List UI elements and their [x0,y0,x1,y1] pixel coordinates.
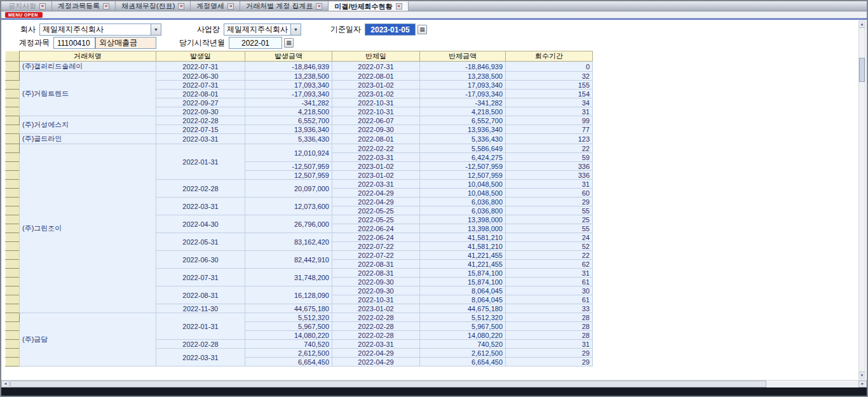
settle-date-cell[interactable]: 2022-07-22 [332,242,420,251]
scroll-track[interactable] [766,380,858,387]
tab-close-icon[interactable]: × [227,3,234,10]
recover-days-cell[interactable]: 32 [506,72,593,81]
settle-date-cell[interactable]: 2022-10-31 [332,98,420,107]
settle-date-cell[interactable]: 2023-01-02 [332,90,420,98]
occur-date-cell[interactable]: 2022-07-31 [156,81,245,90]
settle-amount-cell[interactable]: 13,398,000 [420,224,506,233]
row-selector[interactable] [6,278,20,286]
recover-days-cell[interactable]: 28 [506,322,593,331]
settle-amount-cell[interactable]: 44,675,180 [420,304,506,313]
settle-amount-cell[interactable]: 10,048,500 [420,189,506,198]
settle-date-cell[interactable]: 2022-06-07 [332,116,420,125]
recover-days-cell[interactable]: 55 [506,206,593,215]
row-selector[interactable] [6,215,20,224]
row-selector[interactable] [6,313,20,322]
settle-amount-cell[interactable]: 13,398,000 [420,215,506,224]
recover-days-cell[interactable]: 31 [506,269,593,278]
settle-date-cell[interactable]: 2022-04-29 [332,198,420,206]
tab-close-icon[interactable]: × [396,3,402,10]
row-selector[interactable] [6,242,20,251]
row-selector[interactable] [6,349,20,358]
calendar-icon[interactable]: ▦ [417,25,427,34]
occur-amount-cell[interactable]: -18,846,939 [245,62,332,72]
settle-date-cell[interactable]: 2022-08-01 [332,72,420,81]
occur-amount-cell[interactable]: 740,520 [245,340,332,349]
horizontal-scroll-thumb[interactable] [10,380,766,387]
row-selector[interactable] [6,62,20,72]
settle-amount-cell[interactable]: -341,282 [420,98,506,107]
base-date-input[interactable]: 2023-01-05 [365,24,416,36]
vertical-scrollbar[interactable]: ▲ ▼ [858,20,865,379]
settle-amount-cell[interactable]: 6,424,275 [420,153,506,162]
column-header[interactable]: 반제일 [332,51,420,62]
recover-days-cell[interactable]: 123 [506,134,593,144]
recover-days-cell[interactable]: 22 [506,251,593,260]
occur-date-cell[interactable]: 2022-06-30 [156,251,245,269]
tab-계정명세[interactable]: 계정명세× [191,1,240,11]
row-selector[interactable] [6,295,20,304]
recover-days-cell[interactable]: 154 [506,90,593,98]
scroll-right-icon[interactable]: ► [858,380,867,387]
occur-date-cell[interactable]: 2022-11-30 [156,304,245,313]
tab-거래처별 계정 집계표[interactable]: 거래처별 계정 집계표× [240,1,329,11]
account-code-input[interactable]: 11100410 [53,37,95,49]
tab-계정과목등록[interactable]: 계정과목등록× [52,1,116,11]
occur-date-cell[interactable]: 2022-02-28 [156,340,245,349]
row-selector[interactable] [6,144,20,153]
row-selector[interactable] [6,72,20,81]
occur-amount-cell[interactable]: 5,512,320 [245,313,332,322]
settle-date-cell[interactable]: 2022-03-31 [332,153,420,162]
settle-amount-cell[interactable]: 41,221,455 [420,260,506,269]
settle-amount-cell[interactable]: 5,586,649 [420,144,506,153]
occur-amount-cell[interactable]: 5,967,500 [245,322,332,331]
settle-amount-cell[interactable]: 41,581,210 [420,233,506,242]
recover-days-cell[interactable]: 28 [506,331,593,340]
settle-date-cell[interactable]: 2023-01-02 [332,162,420,171]
settle-date-cell[interactable]: 2022-03-31 [332,180,420,189]
occur-amount-cell[interactable]: 13,936,340 [245,125,332,134]
recover-days-cell[interactable]: 336 [506,162,593,171]
recover-days-cell[interactable]: 29 [506,358,593,367]
row-selector[interactable] [6,269,20,278]
occur-amount-cell[interactable]: 12,010,924 [245,144,332,162]
site-select[interactable]: 제일제지주식회사 ▼ [224,24,301,36]
occur-date-cell[interactable]: 2022-09-30 [156,107,245,116]
recover-days-cell[interactable]: 31 [506,340,593,349]
row-selector[interactable] [6,81,20,90]
occur-amount-cell[interactable]: 5,336,430 [245,134,332,144]
row-selector[interactable] [6,331,20,340]
settle-date-cell[interactable]: 2022-05-25 [332,215,420,224]
settle-date-cell[interactable]: 2022-07-22 [332,251,420,260]
settle-date-cell[interactable]: 2022-02-28 [332,331,420,340]
settle-amount-cell[interactable]: 6,036,800 [420,206,506,215]
settle-date-cell[interactable]: 2023-01-02 [332,171,420,180]
settle-date-cell[interactable]: 2022-08-01 [332,134,420,144]
occur-date-cell[interactable]: 2022-02-28 [156,180,245,198]
occur-date-cell[interactable]: 2022-03-31 [156,198,245,215]
row-selector[interactable] [6,233,20,242]
occur-amount-cell[interactable]: 26,796,000 [245,215,332,233]
recover-days-cell[interactable]: 30 [506,286,593,295]
row-selector[interactable] [6,153,20,162]
settle-date-cell[interactable]: 2022-08-31 [332,269,420,278]
settle-date-cell[interactable]: 2022-09-30 [332,125,420,134]
settle-date-cell[interactable]: 2022-05-25 [332,206,420,215]
recover-days-cell[interactable]: 31 [506,180,593,189]
occur-date-cell[interactable]: 2022-08-01 [156,90,245,98]
settle-amount-cell[interactable]: 41,221,455 [420,251,506,260]
settle-date-cell[interactable]: 2022-09-30 [332,286,420,295]
occur-amount-cell[interactable]: 17,093,340 [245,81,332,90]
settle-date-cell[interactable]: 2023-01-02 [332,81,420,90]
row-selector[interactable] [6,198,20,206]
customer-cell[interactable]: (주)그린조이 [20,144,156,313]
settle-amount-cell[interactable]: 13,936,340 [420,125,506,134]
tab-공지사항[interactable]: 공지사항× [3,1,52,11]
row-selector[interactable] [6,189,20,198]
row-selector[interactable] [6,125,20,134]
occur-date-cell[interactable]: 2022-03-31 [156,349,245,367]
row-selector[interactable] [6,98,20,107]
settle-amount-cell[interactable]: 10,048,500 [420,180,506,189]
scroll-up-icon[interactable]: ▲ [859,21,865,28]
recover-days-cell[interactable]: 22 [506,144,593,153]
occur-amount-cell[interactable]: 6,654,450 [245,358,332,367]
